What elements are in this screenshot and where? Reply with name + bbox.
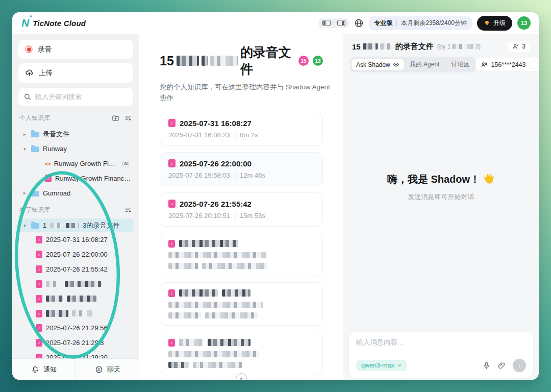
chat-icon [95, 365, 103, 374]
chat-header: 15 的录音文件 (by 1 3) 3 [349, 40, 533, 52]
sidebar-folder-recordings[interactable]: ▸ 录音文件 [18, 127, 133, 141]
chat-byline: (by 1 3) [437, 43, 481, 50]
sidebar-file-row[interactable]: ♪ 2025-07-26 21:55:42 [18, 262, 133, 277]
chat-title-prefix: 15 [352, 42, 361, 51]
recording-card-redacted[interactable]: ♪ [160, 332, 323, 375]
mic-icon[interactable] [482, 361, 491, 370]
redaction-block [168, 362, 189, 368]
record-button[interactable]: 录音 [18, 40, 133, 59]
sidebar-shared-folder-selected[interactable]: ▾ 1 3的录音文件 [18, 218, 133, 233]
speaking-user-icon [481, 61, 488, 68]
app-logo[interactable]: N✦ TicNote Cloud [21, 17, 86, 29]
search-input[interactable] [35, 93, 122, 101]
caret-right-icon[interactable]: ▸ [23, 132, 28, 137]
user-avatar[interactable]: 13 [517, 16, 531, 30]
redaction-block [46, 296, 63, 302]
recording-duration: 12m 46s [240, 172, 265, 179]
tab-my-agent[interactable]: 我的 Agent [405, 58, 444, 71]
redaction-block [208, 339, 251, 346]
chat-empty-state: 嗨，我是 Shadow！ 发送消息即可开始对话 [349, 72, 533, 332]
audio-file-icon: ♪ [36, 236, 42, 243]
sidebar-folder-gumroad[interactable]: ▸ Gumroad [18, 186, 133, 201]
toggle-divider [334, 20, 334, 26]
caret-down-icon[interactable]: ▾ [23, 146, 28, 152]
shared-kb-header: 共享知识库 [18, 205, 133, 218]
shadow-chat-panel: 15 的录音文件 (by 1 3) 3 [343, 34, 539, 380]
notifications-button[interactable]: 通知 [12, 359, 76, 380]
page-title: 15 的录音文件 [160, 44, 294, 78]
redaction-block [50, 223, 62, 228]
redaction-block [222, 289, 251, 297]
recording-card-redacted[interactable]: ♪ [160, 233, 323, 276]
message-input[interactable] [356, 338, 526, 346]
title-prefix: 15 [160, 54, 174, 68]
sidebar-file-runway-audio[interactable]: ♪ Runway Growth Finance 2025 ... [18, 171, 133, 186]
recording-date: 2025-07-26 20:10:51 [168, 212, 230, 219]
tab-agent-label: 我的 Agent [410, 60, 440, 69]
recordings-panel: 15 的录音文件 15 13 您的个人知识库，可在这里整理内容并与 Shadow… [139, 34, 343, 380]
sidebar-file-row[interactable]: ♪ 2025-07-26 21:29:56 [18, 321, 133, 336]
recording-card-redacted[interactable]: ♪ [160, 282, 323, 326]
sidebar-footer: 通知 聊天 [12, 358, 139, 380]
folder-icon [31, 146, 39, 152]
sort-icon[interactable] [124, 114, 132, 122]
audio-file-icon: ♪ [36, 339, 42, 347]
new-folder-icon[interactable] [112, 114, 119, 122]
sidebar-file-row[interactable]: ♪ 2025-07-26 21:29:3 [18, 335, 133, 350]
sidebar-file-row[interactable]: ♪ 2025-07-31 16:08:27 [18, 232, 133, 247]
sidebar-file-runway-code[interactable]: <> Runway Growth Finance 20... AI [18, 156, 133, 171]
tab-discuss-label: 讨论区 [451, 60, 469, 69]
toggle-left-panel-icon[interactable] [322, 20, 331, 26]
count-badge-pink: 15 [298, 56, 309, 66]
sort-icon[interactable] [124, 206, 132, 214]
recording-card[interactable]: ♪ 2025-07-31 16:08:27 2025-07-31 16:08:2… [160, 112, 323, 146]
redaction-block [202, 263, 267, 269]
chat-title: 15 的录音文件 (by 1 3) [352, 42, 481, 52]
chat-button[interactable]: 聊天 [76, 359, 139, 380]
sidebar-folder-runway[interactable]: ▾ Runway [18, 141, 133, 156]
redaction-block [46, 281, 61, 287]
redaction-block [202, 56, 208, 66]
globe-icon[interactable] [354, 18, 364, 28]
folder-label: 录音文件 [43, 130, 69, 139]
upload-label: 上传 [39, 68, 53, 78]
audio-file-icon: ♪ [168, 119, 176, 127]
redaction-block [168, 312, 201, 318]
recording-card[interactable]: ♪ 2025-07-26 22:00:00 2025-07-26 19:58:0… [160, 152, 323, 186]
plan-quota-badge[interactable]: 专业版 本月剩余2358/2400分钟 [369, 16, 472, 30]
byline-open: (by 1 [437, 43, 451, 50]
sidebar-file-row[interactable]: ♪ 2025-07-26 22:00:00 [18, 247, 133, 262]
quota-label: 本月剩余2358/2400分钟 [401, 19, 467, 28]
caret-down-icon[interactable]: ▾ [23, 223, 28, 228]
ai-badge: AI [122, 161, 129, 166]
tab-ask-shadow[interactable]: Ask Shadow [352, 59, 404, 70]
shared-folder-suffix: 3的录音文件 [83, 221, 119, 230]
eye-icon [393, 61, 399, 68]
upload-button[interactable]: 上传 [18, 63, 133, 83]
file-label: 2025-07-26 22:00:00 [46, 251, 108, 258]
redaction-block [46, 310, 68, 317]
recording-card[interactable]: ♪ 2025-07-26 21:55:42 2025-07-26 20:10:5… [160, 192, 323, 227]
recording-date: 2025-07-26 19:58:03 [168, 172, 230, 179]
search-box[interactable] [18, 88, 133, 106]
send-button[interactable]: ↑ [513, 359, 526, 372]
sidebar-file-row-redacted[interactable]: ♪ [18, 291, 133, 306]
model-name: qwen3-max [361, 362, 394, 369]
recording-title: 2025-07-26 22:00:00 [180, 159, 252, 168]
meta-divider: | [234, 212, 236, 219]
sidebar-file-row-redacted[interactable]: ♪ [18, 306, 133, 321]
tab-discussion[interactable]: 讨论区 [446, 58, 474, 71]
chat-title-suffix: 的录音文件 [395, 42, 434, 52]
upgrade-button[interactable]: 升级 [477, 16, 512, 31]
attachment-icon[interactable] [497, 361, 506, 370]
members-badge[interactable]: 3 [508, 41, 530, 52]
personal-kb-header: 个人知识库 [18, 113, 133, 127]
audio-file-icon: ♪ [168, 339, 175, 347]
sidebar-file-row-redacted[interactable]: ♪ [18, 277, 133, 291]
model-selector[interactable]: qwen3-max [356, 360, 407, 371]
toggle-right-panel-icon[interactable] [337, 20, 345, 26]
caret-right-icon[interactable]: ▸ [23, 190, 28, 195]
active-user-pill[interactable]: 156****2443 [475, 58, 539, 71]
file-label: 2025-07-26 21:29:56 [46, 324, 108, 332]
search-icon [24, 93, 31, 101]
